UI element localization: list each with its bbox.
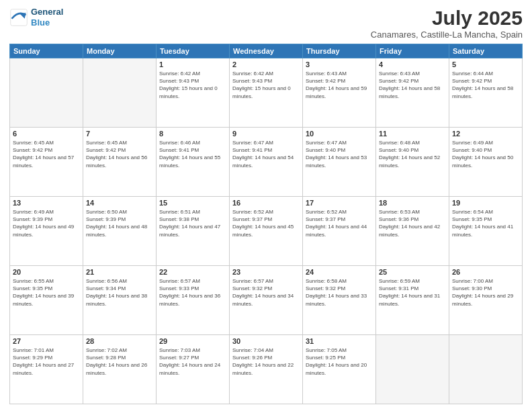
day-info: Sunrise: 6:53 AM Sunset: 9:36 PM Dayligh…	[379, 208, 446, 238]
day-cell: 8Sunrise: 6:46 AM Sunset: 9:41 PM Daylig…	[157, 128, 230, 197]
page: General Blue July 2025 Canamares, Castil…	[0, 0, 532, 411]
day-cell: 1Sunrise: 6:42 AM Sunset: 9:43 PM Daylig…	[157, 58, 230, 128]
day-info: Sunrise: 6:45 AM Sunset: 9:42 PM Dayligh…	[86, 139, 153, 169]
day-cell: 24Sunrise: 6:58 AM Sunset: 9:32 PM Dayli…	[303, 266, 376, 335]
day-number: 4	[379, 60, 446, 68]
day-cell: 27Sunrise: 7:01 AM Sunset: 9:29 PM Dayli…	[10, 335, 83, 404]
day-info: Sunrise: 6:43 AM Sunset: 9:42 PM Dayligh…	[306, 70, 373, 100]
day-number: 16	[232, 199, 300, 207]
day-info: Sunrise: 6:45 AM Sunset: 9:42 PM Dayligh…	[13, 139, 80, 169]
day-cell	[449, 335, 523, 404]
day-cell: 10Sunrise: 6:47 AM Sunset: 9:40 PM Dayli…	[303, 128, 376, 197]
week-row-5: 27Sunrise: 7:01 AM Sunset: 9:29 PM Dayli…	[10, 335, 523, 404]
day-cell: 14Sunrise: 6:50 AM Sunset: 9:39 PM Dayli…	[83, 197, 157, 266]
day-cell: 19Sunrise: 6:54 AM Sunset: 9:35 PM Dayli…	[449, 197, 523, 266]
week-row-2: 6Sunrise: 6:45 AM Sunset: 9:42 PM Daylig…	[10, 128, 523, 197]
day-info: Sunrise: 6:48 AM Sunset: 9:40 PM Dayligh…	[379, 139, 446, 169]
day-number: 28	[86, 337, 153, 345]
day-info: Sunrise: 6:47 AM Sunset: 9:40 PM Dayligh…	[306, 139, 373, 169]
day-number: 12	[452, 130, 519, 138]
day-number: 26	[452, 268, 519, 276]
day-info: Sunrise: 6:43 AM Sunset: 9:42 PM Dayligh…	[379, 70, 446, 100]
day-cell: 7Sunrise: 6:45 AM Sunset: 9:42 PM Daylig…	[83, 128, 157, 197]
day-number: 15	[159, 199, 226, 207]
title-block: July 2025 Canamares, Castille-La Mancha,…	[371, 7, 523, 40]
day-cell: 29Sunrise: 7:03 AM Sunset: 9:27 PM Dayli…	[157, 335, 230, 404]
day-cell: 28Sunrise: 7:02 AM Sunset: 9:28 PM Dayli…	[83, 335, 157, 404]
day-info: Sunrise: 6:52 AM Sunset: 9:37 PM Dayligh…	[232, 208, 300, 238]
day-info: Sunrise: 6:49 AM Sunset: 9:39 PM Dayligh…	[13, 208, 80, 238]
day-cell: 3Sunrise: 6:43 AM Sunset: 9:42 PM Daylig…	[303, 58, 376, 128]
col-header-monday: Monday	[83, 44, 157, 58]
day-info: Sunrise: 7:03 AM Sunset: 9:27 PM Dayligh…	[159, 347, 226, 377]
day-number: 9	[232, 130, 300, 138]
day-number: 24	[306, 268, 373, 276]
col-header-wednesday: Wednesday	[230, 44, 303, 58]
week-row-1: 1Sunrise: 6:42 AM Sunset: 9:43 PM Daylig…	[10, 58, 523, 128]
day-number: 19	[452, 199, 519, 207]
day-cell: 9Sunrise: 6:47 AM Sunset: 9:41 PM Daylig…	[230, 128, 303, 197]
day-info: Sunrise: 7:00 AM Sunset: 9:30 PM Dayligh…	[452, 277, 519, 308]
day-info: Sunrise: 7:01 AM Sunset: 9:29 PM Dayligh…	[13, 347, 80, 377]
day-info: Sunrise: 7:04 AM Sunset: 9:26 PM Dayligh…	[232, 347, 300, 377]
header-row: SundayMondayTuesdayWednesdayThursdayFrid…	[10, 44, 523, 58]
day-info: Sunrise: 6:55 AM Sunset: 9:35 PM Dayligh…	[13, 277, 80, 308]
day-number: 18	[379, 199, 446, 207]
day-info: Sunrise: 6:54 AM Sunset: 9:35 PM Dayligh…	[452, 208, 519, 238]
day-info: Sunrise: 6:50 AM Sunset: 9:39 PM Dayligh…	[86, 208, 153, 238]
day-cell: 21Sunrise: 6:56 AM Sunset: 9:34 PM Dayli…	[83, 266, 157, 335]
day-cell: 12Sunrise: 6:49 AM Sunset: 9:40 PM Dayli…	[449, 128, 523, 197]
col-header-friday: Friday	[376, 44, 449, 58]
day-cell: 30Sunrise: 7:04 AM Sunset: 9:26 PM Dayli…	[230, 335, 303, 404]
week-row-3: 13Sunrise: 6:49 AM Sunset: 9:39 PM Dayli…	[10, 197, 523, 266]
day-number: 30	[232, 337, 300, 345]
day-cell: 26Sunrise: 7:00 AM Sunset: 9:30 PM Dayli…	[449, 266, 523, 335]
day-number: 21	[86, 268, 153, 276]
day-info: Sunrise: 6:47 AM Sunset: 9:41 PM Dayligh…	[232, 139, 300, 169]
day-number: 10	[306, 130, 373, 138]
day-cell: 25Sunrise: 6:59 AM Sunset: 9:31 PM Dayli…	[376, 266, 449, 335]
subtitle: Canamares, Castille-La Mancha, Spain	[371, 30, 523, 40]
col-header-saturday: Saturday	[449, 44, 523, 58]
day-cell: 23Sunrise: 6:57 AM Sunset: 9:32 PM Dayli…	[230, 266, 303, 335]
day-info: Sunrise: 6:56 AM Sunset: 9:34 PM Dayligh…	[86, 277, 153, 308]
day-number: 1	[159, 60, 226, 68]
logo: General Blue	[9, 7, 63, 28]
day-number: 3	[306, 60, 373, 68]
day-cell	[83, 58, 157, 128]
day-cell: 11Sunrise: 6:48 AM Sunset: 9:40 PM Dayli…	[376, 128, 449, 197]
day-cell	[10, 58, 83, 128]
day-cell: 16Sunrise: 6:52 AM Sunset: 9:37 PM Dayli…	[230, 197, 303, 266]
day-cell	[376, 335, 449, 404]
header: General Blue July 2025 Canamares, Castil…	[9, 7, 523, 40]
day-number: 17	[306, 199, 373, 207]
logo-text: General Blue	[31, 7, 63, 28]
day-cell: 18Sunrise: 6:53 AM Sunset: 9:36 PM Dayli…	[376, 197, 449, 266]
day-cell: 15Sunrise: 6:51 AM Sunset: 9:38 PM Dayli…	[157, 197, 230, 266]
day-cell: 6Sunrise: 6:45 AM Sunset: 9:42 PM Daylig…	[10, 128, 83, 197]
day-info: Sunrise: 6:51 AM Sunset: 9:38 PM Dayligh…	[159, 208, 226, 238]
day-number: 14	[86, 199, 153, 207]
day-number: 2	[232, 60, 300, 68]
day-number: 11	[379, 130, 446, 138]
day-number: 23	[232, 268, 300, 276]
day-number: 22	[159, 268, 226, 276]
day-number: 6	[13, 130, 80, 138]
day-info: Sunrise: 6:44 AM Sunset: 9:42 PM Dayligh…	[452, 70, 519, 100]
day-number: 31	[306, 337, 373, 345]
day-number: 8	[159, 130, 226, 138]
day-info: Sunrise: 6:42 AM Sunset: 9:43 PM Dayligh…	[232, 70, 300, 100]
day-info: Sunrise: 6:57 AM Sunset: 9:32 PM Dayligh…	[232, 277, 300, 308]
day-info: Sunrise: 6:42 AM Sunset: 9:43 PM Dayligh…	[159, 70, 226, 100]
day-info: Sunrise: 6:52 AM Sunset: 9:37 PM Dayligh…	[306, 208, 373, 238]
logo-icon	[9, 8, 28, 27]
day-number: 7	[86, 130, 153, 138]
day-cell: 2Sunrise: 6:42 AM Sunset: 9:43 PM Daylig…	[230, 58, 303, 128]
day-number: 29	[159, 337, 226, 345]
main-title: July 2025	[371, 7, 523, 30]
day-info: Sunrise: 6:49 AM Sunset: 9:40 PM Dayligh…	[452, 139, 519, 169]
day-info: Sunrise: 7:05 AM Sunset: 9:25 PM Dayligh…	[306, 347, 373, 377]
day-number: 25	[379, 268, 446, 276]
day-info: Sunrise: 7:02 AM Sunset: 9:28 PM Dayligh…	[86, 347, 153, 377]
day-cell: 20Sunrise: 6:55 AM Sunset: 9:35 PM Dayli…	[10, 266, 83, 335]
